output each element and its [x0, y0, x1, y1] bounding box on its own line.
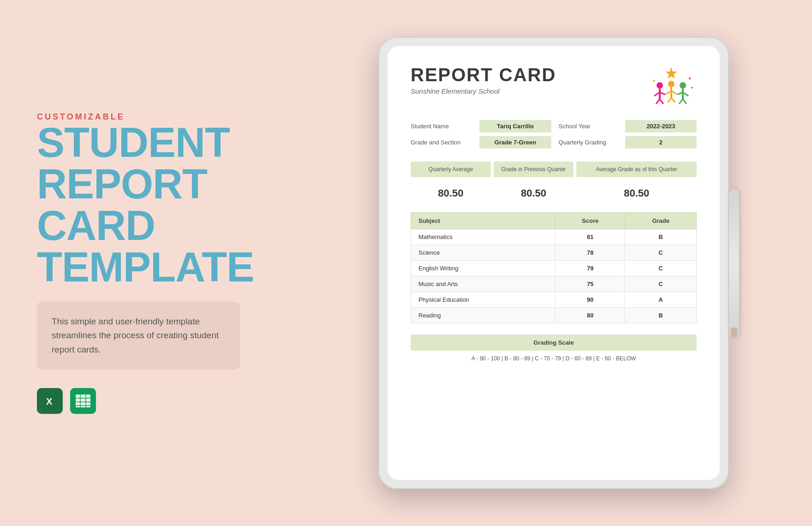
svg-point-29	[689, 78, 691, 79]
score-cell: 81	[555, 229, 625, 245]
subject-cell: Mathematics	[411, 229, 555, 245]
subject-cell: Music and Arts	[411, 276, 555, 292]
left-panel: CUSTOMIZABLE STUDENT REPORT CARD TEMPLAT…	[0, 84, 268, 442]
app-icons: X	[37, 388, 240, 414]
ipad-container: REPORT CARD Sunshine Elementary School	[295, 21, 812, 505]
prev-quarter-value: 80.50	[494, 184, 574, 203]
svg-point-28	[653, 80, 655, 82]
svg-line-21	[671, 98, 675, 102]
grades-table: Subject Score Grade Mathematics 81 B Sci…	[411, 212, 697, 323]
table-row: Mathematics 81 B	[411, 229, 697, 245]
summary-values: 80.50 80.50 80.50	[411, 184, 697, 203]
col-score-header: Score	[555, 213, 625, 229]
sheets-icon	[70, 388, 96, 414]
ipad: REPORT CARD Sunshine Elementary School	[378, 37, 729, 489]
quarterly-grading-label: Quarterly Grading	[559, 139, 618, 146]
score-cell: 75	[555, 276, 625, 292]
school-year-value: 2022-2023	[625, 120, 697, 132]
table-row: Reading 80 B	[411, 308, 697, 323]
col-grade-header: Grade	[625, 213, 697, 229]
excel-icon: X	[37, 388, 63, 414]
school-logo	[646, 65, 697, 106]
grade-cell: A	[625, 292, 697, 308]
table-row: Science 78 C	[411, 245, 697, 261]
report-title: REPORT CARD	[411, 65, 556, 85]
svg-line-26	[679, 99, 683, 104]
grade-cell: B	[625, 229, 697, 245]
pencil	[729, 189, 739, 337]
svg-point-30	[691, 87, 693, 89]
quarterly-grading-value: 2	[625, 136, 697, 149]
svg-text:X: X	[46, 396, 53, 406]
svg-point-22	[680, 82, 686, 89]
school-name: Sunshine Elementary School	[411, 87, 556, 95]
grade-cell: C	[625, 276, 697, 292]
quarterly-avg-header: Quarterly Average	[411, 161, 491, 177]
school-year-label: School Year	[559, 123, 618, 130]
score-cell: 79	[555, 261, 625, 276]
main-title: STUDENT REPORT CARD TEMPLATE	[37, 122, 240, 288]
table-row: Music and Arts 75 C	[411, 276, 697, 292]
description-box: This simple and user-friendly template s…	[37, 302, 240, 370]
avg-this-quarter-header: Average Grade as of this Quarter	[576, 161, 697, 177]
title-line3: CARD	[37, 205, 240, 246]
score-cell: 90	[555, 292, 625, 308]
quarterly-avg-value: 80.50	[411, 184, 491, 203]
report-header: REPORT CARD Sunshine Elementary School	[411, 65, 697, 106]
svg-line-20	[668, 98, 671, 102]
title-line2: REPORT	[37, 163, 240, 205]
student-name-label: Student Name	[411, 123, 472, 130]
svg-marker-9	[665, 67, 677, 79]
subject-cell: English Writing	[411, 261, 555, 276]
grade-cell: C	[625, 261, 697, 276]
summary-section: Quarterly Average Grade in Previous Quar…	[411, 161, 697, 203]
summary-headers: Quarterly Average Grade in Previous Quar…	[411, 161, 697, 177]
subject-cell: Science	[411, 245, 555, 261]
grading-scale-section: Grading Scale A - 90 - 100 | B - 80 - 89…	[411, 335, 697, 362]
report-title-block: REPORT CARD Sunshine Elementary School	[411, 65, 556, 95]
subject-cell: Reading	[411, 308, 555, 323]
grade-cell: C	[625, 245, 697, 261]
svg-line-14	[656, 99, 660, 104]
avg-this-quarter-value: 80.50	[576, 184, 697, 203]
title-line4: TEMPLATE	[37, 246, 240, 288]
svg-line-27	[683, 99, 687, 104]
svg-point-10	[657, 82, 663, 89]
ipad-screen: REPORT CARD Sunshine Elementary School	[388, 46, 720, 480]
score-cell: 80	[555, 308, 625, 323]
prev-quarter-header: Grade in Previous Quarter	[494, 161, 574, 177]
grade-section-label: Grade and Section	[411, 139, 472, 146]
student-info-grid: Student Name Tariq Carrillo School Year …	[411, 120, 697, 149]
grade-cell: B	[625, 308, 697, 323]
subject-cell: Physical Education	[411, 292, 555, 308]
table-row: English Writing 79 C	[411, 261, 697, 276]
grading-scale-header: Grading Scale	[411, 335, 697, 351]
score-cell: 78	[555, 245, 625, 261]
title-line1: STUDENT	[37, 122, 240, 163]
svg-point-16	[668, 81, 675, 87]
grading-scale-values: A - 90 - 100 | B - 80 - 89 | C - 70 - 79…	[411, 355, 697, 362]
svg-line-15	[660, 99, 663, 104]
student-name-value: Tariq Carrillo	[479, 120, 551, 132]
grade-section-value: Grade 7-Green	[479, 136, 551, 149]
table-row: Physical Education 90 A	[411, 292, 697, 308]
col-subject-header: Subject	[411, 213, 555, 229]
